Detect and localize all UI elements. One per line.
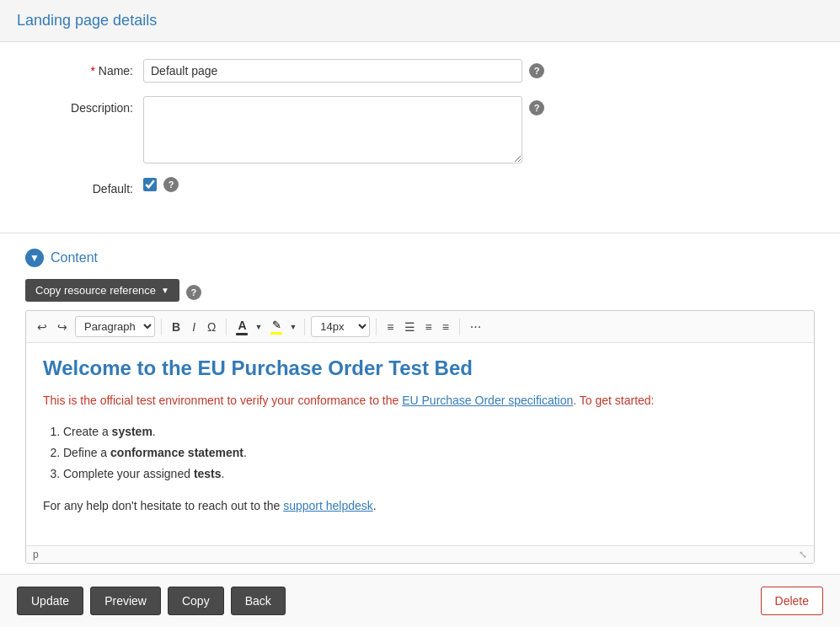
description-input[interactable] xyxy=(143,96,522,163)
highlight-icon: ✎ xyxy=(272,319,281,331)
content-header: ▼ Content xyxy=(25,240,815,279)
copy-resource-reference-button[interactable]: Copy resource reference ▼ xyxy=(25,279,179,302)
steps-list: Create a system. Define a conformance st… xyxy=(63,421,797,485)
footer-buttons: Update Preview Copy Back Delete xyxy=(0,574,840,627)
editor-toolbar: ↩ ↪ Paragraph B I Ω A xyxy=(26,311,814,343)
rich-text-editor: ↩ ↪ Paragraph B I Ω A xyxy=(25,310,815,564)
page-header: Landing page details xyxy=(0,0,840,42)
default-label: Default: xyxy=(25,177,143,196)
align-justify-button[interactable]: ≡ xyxy=(438,318,453,336)
editor-status-bar: p ⤡ xyxy=(26,545,814,563)
redo-button[interactable]: ↪ xyxy=(53,318,72,336)
content-toggle-icon: ▼ xyxy=(29,252,40,264)
font-size-select[interactable]: 14px xyxy=(311,316,370,337)
content-section: ▼ Content Copy resource reference ▼ ? ↩ … xyxy=(0,240,840,564)
list-item: Define a conformance statement. xyxy=(63,442,797,464)
font-color-group: A ▼ xyxy=(233,317,264,337)
name-input[interactable] xyxy=(143,59,522,83)
default-help-icon[interactable]: ? xyxy=(163,177,179,192)
editor-status-text: p xyxy=(33,549,39,560)
undo-button[interactable]: ↩ xyxy=(33,318,51,336)
description-help-icon[interactable]: ? xyxy=(529,100,544,115)
delete-button[interactable]: Delete xyxy=(761,587,823,615)
copy-ref-caret-icon: ▼ xyxy=(161,286,169,295)
name-label: * Name: xyxy=(25,59,143,78)
content-section-title: Content xyxy=(51,250,98,265)
support-helpdesk-link[interactable]: support helpdesk xyxy=(283,499,373,512)
editor-resize-handle[interactable]: ⤡ xyxy=(799,549,807,560)
toolbar-sep-4 xyxy=(376,319,377,335)
editor-intro-para: This is the official test environment to… xyxy=(43,392,797,410)
description-row: Description: ? xyxy=(25,96,815,163)
omega-button[interactable]: Ω xyxy=(203,318,220,336)
section-divider xyxy=(0,233,840,233)
align-center-button[interactable]: ☰ xyxy=(400,318,420,336)
intro-end: . To get started: xyxy=(573,394,654,407)
intro-text: This is the official test environment to… xyxy=(43,394,402,407)
list-item: Create a system. xyxy=(63,421,797,442)
more-options-button[interactable]: ··· xyxy=(466,317,485,337)
back-button[interactable]: Back xyxy=(231,587,286,615)
page-title: Landing page details xyxy=(17,12,823,29)
font-color-letter: A xyxy=(238,319,246,332)
align-left-button[interactable]: ≡ xyxy=(383,318,398,336)
copy-ref-help-icon[interactable]: ? xyxy=(186,285,201,300)
footer-text-after: . xyxy=(373,499,377,512)
toolbar-sep-3 xyxy=(304,319,305,335)
bold-button[interactable]: B xyxy=(168,318,185,336)
content-toggle-button[interactable]: ▼ xyxy=(25,249,44,267)
footer-text-before: For any help don't hesitate to reach out… xyxy=(43,499,283,512)
font-color-dropdown[interactable]: ▼ xyxy=(253,321,264,333)
highlight-color-indicator xyxy=(270,332,282,335)
highlight-color-dropdown[interactable]: ▼ xyxy=(287,321,298,333)
highlight-color-group: ✎ ▼ xyxy=(267,317,298,336)
copy-ref-label: Copy resource reference xyxy=(35,284,156,297)
toolbar-sep-1 xyxy=(161,319,162,335)
copy-button[interactable]: Copy xyxy=(168,587,224,615)
description-label: Description: xyxy=(25,96,143,115)
default-checkbox[interactable] xyxy=(143,178,157,191)
name-help-icon[interactable]: ? xyxy=(529,63,544,78)
align-right-button[interactable]: ≡ xyxy=(421,318,436,336)
default-checkbox-group: ? xyxy=(143,177,179,192)
eu-spec-link[interactable]: EU Purchase Order specification xyxy=(402,394,573,407)
name-row: * Name: ? xyxy=(25,59,815,83)
highlight-color-button[interactable]: ✎ xyxy=(267,317,286,336)
editor-content[interactable]: Welcome to the EU Purchase Order Test Be… xyxy=(26,343,814,545)
form-area: * Name: ? Description: ? Default: ? xyxy=(0,42,840,226)
toolbar-sep-2 xyxy=(226,319,227,335)
italic-button[interactable]: I xyxy=(188,318,200,336)
default-row: Default: ? xyxy=(25,177,815,196)
editor-footer-para: For any help don't hesitate to reach out… xyxy=(43,497,797,515)
editor-heading: Welcome to the EU Purchase Order Test Be… xyxy=(43,356,797,380)
undo-redo-group: ↩ ↪ xyxy=(33,318,72,336)
preview-button[interactable]: Preview xyxy=(90,587,161,615)
font-color-button[interactable]: A xyxy=(233,317,251,337)
paragraph-style-select[interactable]: Paragraph xyxy=(75,316,155,337)
alignment-group: ≡ ☰ ≡ ≡ xyxy=(383,318,453,336)
font-color-indicator xyxy=(236,333,248,335)
toolbar-sep-5 xyxy=(459,319,460,335)
update-button[interactable]: Update xyxy=(17,587,83,615)
copy-ref-group: Copy resource reference ▼ ? xyxy=(25,279,815,302)
list-item: Complete your assigned tests. xyxy=(63,464,797,485)
